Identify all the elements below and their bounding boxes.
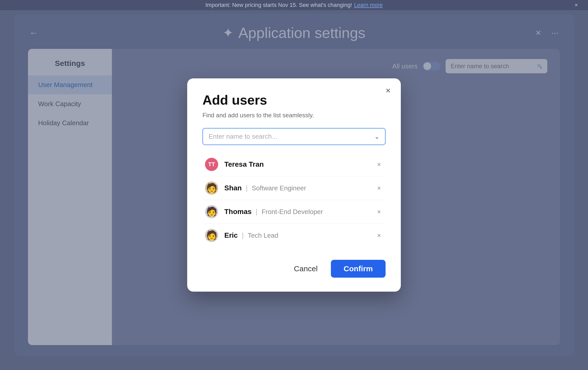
remove-user-eric[interactable]: × xyxy=(375,231,383,240)
avatar-initials-teresa: TT xyxy=(208,161,215,168)
divider-thomas: | xyxy=(256,208,257,216)
user-name-thomas: Thomas xyxy=(224,208,252,216)
top-banner: Important: New pricing starts Nov 15. Se… xyxy=(0,0,588,10)
selected-users-list: TT Teresa Tran × 🧑 Shan | Software Engin… xyxy=(202,153,386,247)
banner-message: Important: New pricing starts Nov 15. Se… xyxy=(205,2,352,8)
avatar-thomas: 🧑 xyxy=(205,205,218,218)
banner-close[interactable]: × xyxy=(575,2,578,8)
chevron-down-icon: ⌄ xyxy=(374,133,379,140)
banner-link[interactable]: Learn more xyxy=(354,2,383,8)
avatar-eric: 🧑 xyxy=(205,229,218,242)
user-item-thomas: 🧑 Thomas | Front-End Developer × xyxy=(202,200,386,224)
modal-footer: Cancel Confirm xyxy=(202,260,386,278)
modal-overlay: × Add users Find and add users to the li… xyxy=(14,14,574,356)
user-name-shan: Shan xyxy=(224,184,242,192)
cancel-button[interactable]: Cancel xyxy=(287,260,325,278)
modal-title: Add users xyxy=(202,92,386,108)
user-role-eric: Tech Lead xyxy=(248,232,278,239)
remove-user-teresa[interactable]: × xyxy=(375,160,383,169)
add-users-modal: × Add users Find and add users to the li… xyxy=(187,78,401,292)
avatar-emoji-thomas: 🧑 xyxy=(206,207,217,216)
user-name-teresa: Teresa Tran xyxy=(224,160,264,168)
modal-close-button[interactable]: × xyxy=(386,86,391,95)
search-dropdown-placeholder: Enter name to search... xyxy=(209,133,277,140)
remove-user-shan[interactable]: × xyxy=(375,183,383,193)
avatar-emoji-shan: 🧑 xyxy=(206,183,217,193)
divider-eric: | xyxy=(242,231,244,239)
user-role-thomas: Front-End Developer xyxy=(262,208,323,216)
remove-user-thomas[interactable]: × xyxy=(375,207,383,217)
avatar-teresa: TT xyxy=(205,158,218,171)
avatar-emoji-eric: 🧑 xyxy=(206,231,217,240)
user-role-shan: Software Engineer xyxy=(252,184,306,192)
app-window: ← ✦ Application settings × ··· Settings … xyxy=(14,14,574,356)
user-item-shan: 🧑 Shan | Software Engineer × xyxy=(202,176,386,200)
divider-shan: | xyxy=(246,184,247,192)
modal-subtitle: Find and add users to the list seamlessl… xyxy=(202,112,386,119)
avatar-shan: 🧑 xyxy=(205,181,218,195)
user-item-teresa: TT Teresa Tran × xyxy=(202,153,386,176)
user-item-eric: 🧑 Eric | Tech Lead × xyxy=(202,224,386,247)
confirm-button[interactable]: Confirm xyxy=(331,260,386,278)
user-search-dropdown[interactable]: Enter name to search... ⌄ xyxy=(202,128,386,145)
user-name-eric: Eric xyxy=(224,231,238,239)
